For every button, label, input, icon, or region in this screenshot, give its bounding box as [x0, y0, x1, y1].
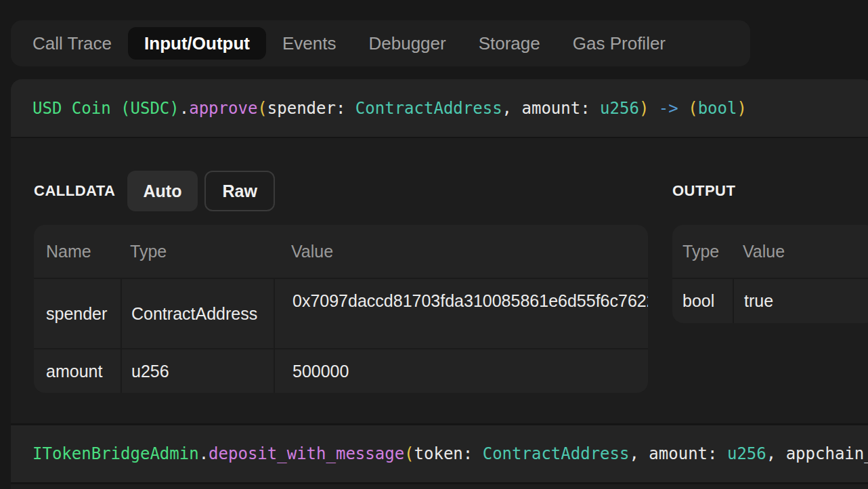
code-token: . — [179, 99, 189, 118]
call-frame-card: USD Coin (USDC).approve(spender: Contrac… — [11, 79, 868, 489]
column-header-name: Name — [34, 225, 121, 278]
input-output-panel: CALLDATA Auto Raw Name Type Value spende… — [11, 138, 868, 423]
code-token: USD Coin (USDC) — [32, 99, 179, 118]
cell-output-value: true — [733, 279, 868, 323]
function-signature-deposit-with-message[interactable]: ITokenBridgeAdmin.deposit_with_message(t… — [11, 423, 868, 484]
calldata-table-header: Name Type Value — [34, 225, 648, 278]
tab-events[interactable]: Events — [266, 27, 353, 60]
column-header-value: Value — [274, 225, 648, 278]
code-token: ) — [737, 99, 746, 118]
code-token: ContractAddress — [483, 444, 630, 463]
column-header-value: Value — [733, 225, 868, 278]
code-token: , amount: — [629, 444, 727, 463]
code-token: token: — [414, 444, 483, 463]
code-token: spender: — [267, 99, 355, 118]
calldata-table: Name Type Value spender ContractAddress … — [34, 225, 648, 393]
tab-input-output[interactable]: Input/Output — [128, 27, 266, 60]
code-token: ) — [639, 99, 649, 118]
next-frame-content — [11, 484, 868, 489]
code-token: ( — [688, 99, 697, 118]
code-token — [649, 99, 658, 118]
output-table: Type Value bool true — [672, 225, 868, 323]
code-token: bool — [698, 99, 737, 118]
column-header-type: Type — [672, 225, 733, 278]
code-token: ITokenBridgeAdmin — [32, 444, 199, 463]
table-row-spender: spender ContractAddress 0x7097daccd81703… — [34, 278, 648, 348]
trace-tabbar: Call Trace Input/Output Events Debugger … — [11, 20, 750, 66]
column-header-type: Type — [121, 225, 274, 278]
calldata-label: CALLDATA — [34, 182, 116, 200]
code-token: , amount: — [502, 99, 601, 118]
cell-param-name: spender — [34, 279, 121, 348]
code-token: -> — [659, 99, 678, 118]
calldata-view-auto-button[interactable]: Auto — [127, 171, 198, 211]
tab-call-trace[interactable]: Call Trace — [16, 27, 128, 60]
function-signature-approve[interactable]: USD Coin (USDC).approve(spender: Contrac… — [11, 79, 868, 138]
tab-storage[interactable]: Storage — [462, 27, 557, 60]
calldata-section: CALLDATA Auto Raw Name Type Value spende… — [34, 171, 648, 423]
code-token: approve — [189, 99, 257, 118]
table-row-amount: amount u256 500000 — [34, 348, 648, 393]
output-label: OUTPUT — [672, 182, 735, 200]
code-token: ContractAddress — [355, 99, 502, 118]
cell-param-type: ContractAddress — [121, 279, 274, 348]
cell-param-value: 500000 — [274, 349, 648, 393]
calldata-header-row: CALLDATA Auto Raw — [34, 171, 648, 211]
cell-param-value[interactable]: 0x7097daccd81703fda310085861e6d55f6c7622 — [274, 279, 648, 348]
code-token: u256 — [600, 99, 639, 118]
table-row-output: bool true — [672, 278, 868, 323]
cell-param-type: u256 — [121, 349, 274, 393]
code-token: . — [199, 444, 209, 463]
code-token — [678, 99, 688, 118]
calldata-view-raw-button[interactable]: Raw — [204, 171, 274, 211]
cell-param-name: amount — [34, 349, 121, 393]
code-token: ( — [404, 444, 414, 463]
code-token: , appchain_ — [766, 444, 868, 463]
tab-debugger[interactable]: Debugger — [352, 27, 462, 60]
output-section: OUTPUT Type Value bool true — [672, 171, 868, 423]
output-header-row: OUTPUT — [672, 171, 868, 211]
output-table-header: Type Value — [672, 225, 868, 278]
code-token: deposit_with_message — [209, 444, 404, 463]
cell-output-type: bool — [672, 279, 733, 323]
code-token: u256 — [727, 444, 766, 463]
tab-gas-profiler[interactable]: Gas Profiler — [557, 27, 682, 60]
code-token: ( — [257, 99, 267, 118]
